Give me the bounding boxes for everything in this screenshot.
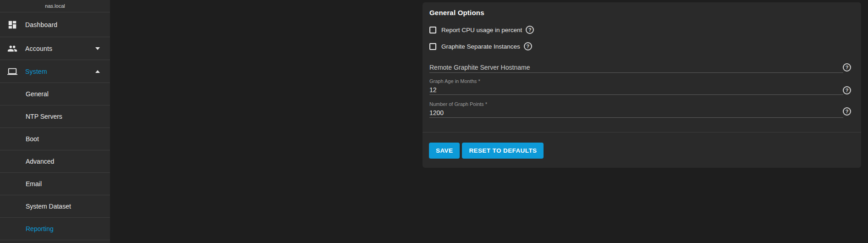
sidebar-subitem-boot[interactable]: Boot (0, 128, 110, 150)
help-icon[interactable]: ? (843, 63, 851, 72)
sidebar-subitem-label: Boot (26, 135, 39, 143)
field-label: Graph Age in Months * (429, 78, 843, 84)
sidebar-item-label: Accounts (25, 45, 52, 52)
save-button[interactable]: SAVE (429, 143, 460, 159)
remote-graphite-hostname-input[interactable] (429, 62, 843, 72)
graph-age-field: Graph Age in Months * (429, 78, 843, 95)
graph-age-input[interactable] (429, 85, 843, 94)
graph-points-field: Number of Graph Points * (429, 101, 843, 118)
sidebar-subitem-label: NTP Servers (26, 113, 62, 120)
card-divider (423, 132, 861, 133)
sidebar: nas.local Dashboard Accounts System Gene… (0, 0, 110, 243)
field-label: Number of Graph Points * (429, 101, 843, 107)
help-icon[interactable]: ? (843, 107, 851, 116)
checkbox-label: Report CPU usage in percent (441, 27, 522, 33)
sidebar-subitem-system-dataset[interactable]: System Dataset (0, 195, 110, 218)
sidebar-item-dashboard[interactable]: Dashboard (0, 12, 110, 37)
people-icon (7, 44, 17, 54)
help-icon[interactable]: ? (524, 42, 532, 50)
remote-graphite-hostname-field (429, 62, 843, 73)
hostname-text: nas.local (45, 3, 65, 9)
app-root: nas.local Dashboard Accounts System Gene… (0, 0, 868, 243)
sidebar-subitem-label: Email (26, 180, 42, 188)
checkbox-label: Graphite Separate Instances (441, 43, 520, 50)
laptop-icon (7, 66, 17, 77)
dashboard-icon (7, 20, 17, 30)
sidebar-item-label: Dashboard (25, 21, 57, 28)
sidebar-subitem-advanced[interactable]: Advanced (0, 150, 110, 173)
sidebar-subitem-label: General (26, 90, 49, 98)
report-cpu-usage-row: Report CPU usage in percent ? (429, 25, 534, 34)
chevron-up-icon (95, 70, 100, 73)
sidebar-item-system[interactable]: System (0, 60, 110, 83)
card-title: General Options (429, 9, 484, 17)
sidebar-subitem-general[interactable]: General (0, 83, 110, 105)
hostname-label: nas.local (0, 0, 110, 12)
help-icon[interactable]: ? (843, 86, 851, 94)
help-icon[interactable]: ? (526, 26, 534, 34)
sidebar-item-label: System (25, 68, 47, 75)
reset-to-defaults-button[interactable]: RESET TO DEFAULTS (462, 143, 544, 159)
report-cpu-usage-checkbox[interactable] (429, 27, 436, 33)
sidebar-subitem-label: System Dataset (26, 203, 71, 210)
sidebar-subitem-ntp-servers[interactable]: NTP Servers (0, 105, 110, 128)
chevron-down-icon (95, 47, 100, 50)
button-row: SAVE RESET TO DEFAULTS (429, 143, 546, 159)
graphite-separate-instances-row: Graphite Separate Instances ? (429, 42, 532, 51)
sidebar-item-accounts[interactable]: Accounts (0, 37, 110, 60)
sidebar-subitem-email[interactable]: Email (0, 173, 110, 195)
sidebar-subitem-label: Reporting (26, 225, 54, 232)
graph-points-input[interactable] (429, 108, 843, 117)
graphite-separate-instances-checkbox[interactable] (429, 43, 436, 50)
general-options-card: General Options Report CPU usage in perc… (423, 2, 861, 168)
sidebar-subitem-reporting[interactable]: Reporting (0, 218, 110, 240)
sidebar-subitem-label: Advanced (26, 158, 54, 165)
